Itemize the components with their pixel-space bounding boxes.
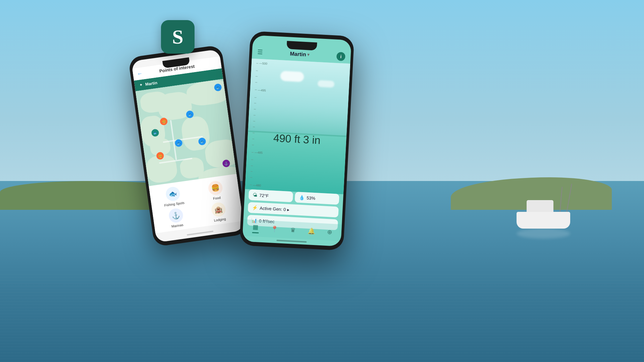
ruler-tick-15 [250, 177, 267, 179]
lake-title-text: Martin [290, 51, 306, 58]
phones-container: ← Points of interest ✦ Martin [141, 34, 349, 335]
phone-front-screen: ☰ Martin ▾ i [242, 35, 352, 247]
location-icon: ✦ [139, 82, 143, 87]
ruler-tick-s4 [255, 97, 257, 98]
food-label: Food [213, 196, 221, 200]
boat-reflection [517, 229, 570, 239]
app-icon[interactable]: S [161, 20, 195, 54]
ruler-tick-s12 [251, 160, 253, 160]
ruler-tick-485 [252, 152, 254, 153]
ruler-tick-12 [251, 160, 268, 161]
ruler-tick-5 [254, 103, 271, 105]
category-lodging[interactable]: 🏨 Lodging [198, 200, 240, 224]
ruler-label-500: —500 [259, 62, 268, 65]
temperature-card: 🌤 72°F [249, 189, 293, 202]
temperature-icon: 🌤 [253, 192, 258, 198]
ruler-tick-14 [251, 171, 267, 173]
phone-back-screen: ← Points of interest ✦ Martin [131, 49, 244, 242]
ruler-480: —480 [250, 183, 267, 188]
info-icon[interactable]: i [336, 52, 345, 61]
category-fishing-spots[interactable]: 🐟 Fishing Spots [152, 184, 195, 208]
ruler-tick-1 [256, 70, 273, 72]
lake-measurement-value: 490 ft 3 in [273, 132, 321, 146]
back-button[interactable]: ← [137, 70, 143, 77]
gen-icon: ⚡ [252, 205, 258, 210]
nav-item-crown[interactable]: ♛ [287, 225, 299, 236]
category-food[interactable]: 🍔 Food [195, 178, 237, 203]
ruler-tick-3 [255, 82, 272, 83]
nav-item-map[interactable]: ▦ [249, 222, 262, 235]
location-name: Martin [145, 80, 158, 87]
ruler-tick-13 [251, 166, 268, 167]
lake-title-group: Martin ▾ [290, 51, 310, 58]
ruler-485: —485 [252, 150, 268, 155]
home-indicator [187, 231, 214, 236]
active-gen-value: Active Gen: 0 ▸ [260, 205, 289, 212]
dropdown-arrow-icon[interactable]: ▾ [307, 52, 310, 57]
nav-bell-icon: 🔔 [308, 227, 315, 235]
home-indicator-front [276, 240, 307, 243]
fishing-spots-icon: 🐟 [165, 186, 181, 202]
boat-body [517, 212, 570, 229]
ruler-500: —500 [256, 61, 273, 66]
food-icon: 🍔 [208, 180, 223, 196]
humidity-card: 💧 53% [294, 192, 339, 205]
marinas-label: Marinas [171, 223, 183, 228]
boat-cabin [527, 200, 553, 214]
ruler-tick-6 [254, 109, 271, 110]
fishing-rod-1 [566, 184, 572, 214]
ruler-tick-s5 [254, 103, 256, 104]
nav-add-icon: ⊕ [327, 228, 332, 236]
gauge-cloud [280, 71, 304, 82]
ruler-tick-7 [254, 115, 270, 116]
ruler-495: —495 [255, 88, 272, 93]
marinas-icon: ⚓ [168, 207, 184, 223]
nav-item-alerts[interactable]: 🔔 [305, 226, 318, 237]
ruler-tick-11 [252, 145, 269, 146]
temperature-value: 72°F [259, 193, 269, 198]
lodging-label: Lodging [214, 217, 226, 222]
ruler-tick-4 [255, 97, 271, 99]
humidity-value: 53% [307, 195, 316, 200]
ruler-tick-s15 [250, 177, 252, 178]
nav-active-indicator [252, 232, 259, 233]
ruler-tick-s3 [255, 82, 257, 82]
ruler-490 [253, 121, 270, 122]
ruler-tick-495 [255, 90, 257, 90]
ruler-tick-s1 [256, 70, 258, 71]
app-icon-letter: S [172, 25, 183, 49]
ruler-tick-480 [250, 185, 252, 185]
nav-crown-icon: ♛ [290, 226, 296, 234]
phone-notch-front [286, 41, 317, 51]
ruler-tick-s8 [253, 127, 255, 127]
fishing-rod-2 [559, 187, 562, 214]
ruler-tick-500 [256, 63, 258, 63]
gauge-cloud-2 [317, 80, 334, 88]
nav-item-location[interactable]: 📍 [268, 224, 281, 235]
lodging-icon: 🏨 [211, 201, 226, 217]
ruler-tick-8 [253, 127, 270, 128]
ruler-tick-s11 [252, 145, 254, 145]
ruler-tick-s7 [254, 115, 256, 115]
ruler-tick-s13 [251, 166, 253, 166]
ruler-label-495: —495 [258, 88, 266, 92]
ruler-label-485: —485 [255, 151, 263, 155]
phone-front: ☰ Martin ▾ i [239, 31, 354, 250]
menu-icon[interactable]: ☰ [257, 49, 263, 56]
ruler-tick-s2 [256, 76, 258, 77]
phone-back: ← Points of interest ✦ Martin [128, 45, 248, 247]
boat [510, 185, 577, 235]
nav-item-add[interactable]: ⊕ [324, 227, 335, 238]
ruler-tick-s14 [251, 171, 253, 172]
humidity-icon: 💧 [299, 195, 305, 200]
fishing-spots-label: Fishing Spots [164, 201, 185, 207]
ruler-tick-490 [253, 121, 255, 121]
ruler-tick-s6 [254, 109, 256, 109]
nav-location-icon: 📍 [271, 225, 278, 233]
category-marinas[interactable]: ⚓ Marinas [155, 206, 198, 230]
nav-map-icon: ▦ [253, 223, 259, 231]
ruler-label-480: —480 [253, 183, 261, 187]
ruler-tick-2 [256, 76, 272, 78]
gauge-area: —500 —495 [245, 59, 350, 194]
